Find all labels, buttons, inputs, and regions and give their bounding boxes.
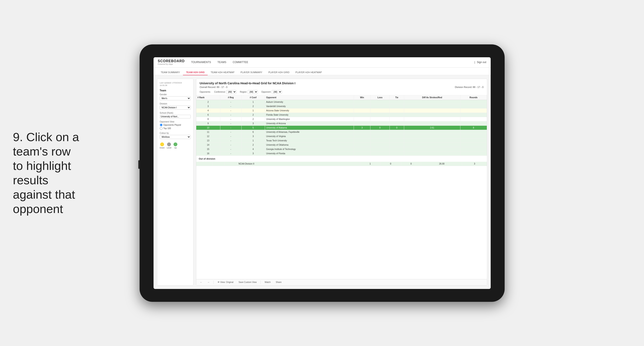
cell-conf: 2 [241, 117, 265, 121]
table-row[interactable]: 2 - 1 Auburn University [196, 100, 487, 104]
table-row[interactable]: 11 - 6 University of Arkansas, Fayettevi… [196, 130, 487, 134]
undo-button[interactable]: ← [199, 281, 204, 284]
cell-reg: - [220, 125, 241, 130]
cell-win [354, 151, 370, 156]
table-row[interactable]: 10 - 5 University of Alabama 3 0 0 2.61 … [196, 125, 487, 130]
ood-loss: 0 [380, 162, 401, 166]
cell-tie [390, 143, 404, 147]
col-opponent: Opponent [265, 95, 354, 100]
legend-up-dot [174, 142, 177, 146]
division-select[interactable]: NCAA Division I [160, 105, 191, 110]
annotation-text: 9. Click on a team's row to highlight re… [13, 130, 82, 216]
cell-rank: 11 [196, 130, 220, 134]
table-row[interactable]: 16 - 3 University of Florida [196, 151, 487, 156]
cell-reg: - [220, 138, 241, 143]
cell-win: 3 [354, 125, 370, 130]
cell-win [354, 117, 370, 121]
sign-out-sep: | [474, 61, 475, 64]
legend-up: Up [174, 142, 177, 149]
share-button[interactable]: Share [274, 281, 283, 284]
cell-reg: - [220, 121, 241, 125]
cell-conf: 2 [241, 143, 265, 147]
cell-rank: 2 [196, 100, 220, 104]
col-diff: Diff Av Strokes/Rnd [404, 95, 460, 100]
table-row[interactable]: 9 - 3 University of Arizona [196, 121, 487, 125]
nav-teams[interactable]: TEAMS [218, 60, 226, 64]
annotation-content: 9. Click on a team's row to highlight re… [13, 130, 79, 216]
right-panel: University of North Carolina Head-to-Hea… [196, 79, 487, 286]
opponent-filter-select[interactable]: (All) [272, 90, 282, 94]
ood-tie: 0 [401, 162, 421, 166]
division-record: Division Record: 88 - 17 - 0 [455, 86, 484, 88]
cell-win [354, 134, 370, 138]
nav-tournaments[interactable]: TOURNAMENTS [191, 60, 211, 64]
ood-win: 1 [360, 162, 380, 166]
cell-loss [370, 147, 390, 151]
nav-committee[interactable]: COMMITTEE [233, 60, 248, 64]
conference-filter-select[interactable]: (All) [226, 90, 236, 94]
toolbar-sep-1 [214, 281, 214, 284]
cell-rank: 15 [196, 147, 220, 151]
legend-down: Down [160, 142, 165, 149]
table-row[interactable]: 14 - 2 University of Oklahoma [196, 143, 487, 147]
ood-division: NCAA Division II [237, 162, 360, 166]
cell-rank: 14 [196, 143, 220, 147]
radio-top100[interactable]: Top 100 [160, 127, 191, 130]
radio-opponents-played[interactable]: Opponents Played [160, 124, 191, 126]
cell-rounds [460, 147, 487, 151]
table-row[interactable]: 8 - 2 University of Washington [196, 117, 487, 121]
table-row[interactable]: 15 - 4 Georgia Institute of Technology [196, 147, 487, 151]
table-row[interactable]: 13 - 1 Texas Tech University [196, 138, 487, 143]
bottom-toolbar: ← → 👁 View: Original Save Custom View Wa… [196, 279, 487, 285]
cell-opponent: University of Washington [265, 117, 354, 121]
sign-out-button[interactable]: Sign out [477, 60, 486, 64]
filter-opponent: Opponent (All) [261, 90, 282, 94]
tab-team-summary[interactable]: TEAM SUMMARY [158, 70, 183, 75]
region-filter-select[interactable]: (All) [248, 90, 258, 94]
colour-by-select[interactable]: Win/loss [160, 135, 191, 139]
gender-select[interactable]: Men's [160, 96, 191, 100]
cell-diff [404, 151, 460, 156]
logo-sub: Powered by clippi [158, 63, 185, 65]
cell-reg: - [220, 134, 241, 138]
cell-tie: 0 [390, 125, 404, 130]
overall-record: Overall Record: 89 - 17 - 0 [200, 86, 228, 88]
cell-diff [404, 117, 460, 121]
school-input[interactable] [160, 115, 191, 118]
cell-diff: 2.61 [404, 125, 460, 130]
gender-label: Gender [160, 93, 191, 96]
tab-player-h2h-heatmap[interactable]: PLAYER H2H HEATMAP [292, 70, 325, 75]
legend-level: Level [167, 142, 172, 149]
redo-button[interactable]: → [206, 281, 211, 284]
tab-player-h2h-grid[interactable]: PLAYER H2H GRID [266, 70, 292, 75]
cell-reg: - [220, 108, 241, 113]
sign-out-area: | Sign out [474, 60, 486, 64]
cell-diff [404, 130, 460, 134]
tab-team-h2h-heatmap[interactable]: TEAM H2H HEATMAP [208, 70, 238, 75]
cell-win [354, 121, 370, 125]
cell-conf: 3 [241, 134, 265, 138]
cell-rank: 16 [196, 151, 220, 156]
cell-conf: 3 [241, 121, 265, 125]
table-row[interactable]: 6 - 2 Florida State University [196, 113, 487, 117]
view-original-button[interactable]: 👁 View: Original [216, 281, 235, 284]
cell-rounds [460, 117, 487, 121]
cell-tie [390, 130, 404, 134]
cell-tie [390, 134, 404, 138]
table-row[interactable]: 3 - 2 Vanderbilt University [196, 104, 487, 108]
tab-team-h2h-grid[interactable]: TEAM H2H GRID [183, 70, 208, 75]
tab-player-summary[interactable]: PLAYER SUMMARY [238, 70, 266, 75]
save-custom-view-button[interactable]: Save Custom View [237, 281, 258, 284]
cell-rounds [460, 151, 487, 156]
cell-loss [370, 138, 390, 143]
out-of-division-row[interactable]: NCAA Division II 1 0 0 26.00 3 [196, 162, 487, 166]
legend-down-dot [160, 142, 164, 146]
cell-tie [390, 100, 404, 104]
table-row[interactable]: 12 - 3 University of Virginia [196, 134, 487, 138]
watch-button[interactable]: Watch [263, 281, 272, 284]
cell-rounds [460, 104, 487, 108]
cell-opponent: University of Arkansas, Fayetteville [265, 130, 354, 134]
cell-rounds [460, 143, 487, 147]
cell-win [354, 147, 370, 151]
table-row[interactable]: 4 - 1 Arizona State University [196, 108, 487, 113]
